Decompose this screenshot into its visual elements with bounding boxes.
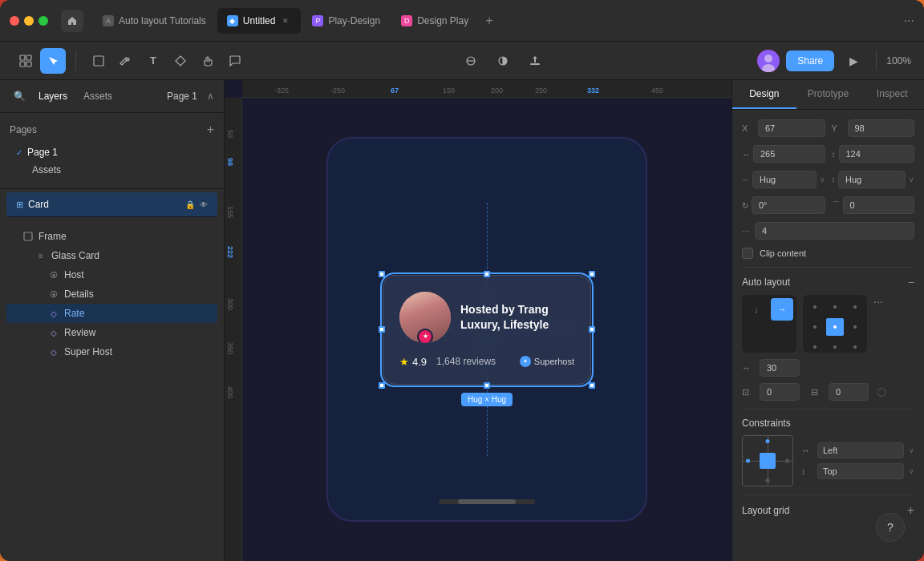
auto-layout-minus-button[interactable]: −	[908, 276, 914, 289]
vertical-ruler: 50 98 155 222 300 350 400	[225, 98, 242, 561]
home-button[interactable]	[61, 10, 83, 32]
expand-padding-button[interactable]: ⬡	[877, 385, 886, 398]
handle-tl[interactable]	[379, 271, 385, 277]
layer-glass-card[interactable]: ≡ Glass Card	[6, 246, 217, 265]
help-button[interactable]: ?	[876, 513, 905, 542]
tab-untitled[interactable]: ◆ Untitled ✕	[217, 8, 302, 34]
design-frame[interactable]: ★ Hosted by Trang Luxury, Lifestyle ★ 4.…	[326, 137, 647, 522]
layers-search-button[interactable]: 🔍	[10, 87, 29, 106]
constraints-diagram: ↔ Left ∨ ↕ Top ∨	[742, 435, 914, 486]
prototype-tab[interactable]: Prototype	[796, 80, 861, 109]
x-input[interactable]: 67	[758, 119, 825, 137]
svg-rect-4	[94, 56, 103, 66]
layers-tab[interactable]: Layers	[32, 87, 74, 105]
constraints-left-select[interactable]: Left	[817, 442, 904, 458]
constraints-dot-top[interactable]	[766, 439, 770, 443]
play-button[interactable]: ▶	[841, 48, 866, 74]
text-tool-button[interactable]: T	[140, 48, 166, 74]
zoom-level[interactable]: 100%	[886, 55, 911, 67]
select-tool-button[interactable]	[40, 48, 66, 74]
constraints-dot-right[interactable]	[785, 459, 789, 463]
hand-tool-button[interactable]	[195, 48, 221, 74]
assets-tab[interactable]: Assets	[77, 87, 119, 105]
style-tool-button[interactable]	[458, 48, 484, 74]
constraints-top-select[interactable]: Top	[817, 463, 904, 479]
y-input[interactable]: 98	[848, 119, 915, 137]
padding-h-input[interactable]: 0	[760, 383, 800, 401]
direction-down-button[interactable]: ↓	[745, 298, 768, 321]
user-avatar	[757, 50, 780, 72]
width-input[interactable]: 265	[753, 145, 825, 163]
traffic-light-yellow[interactable]	[24, 16, 34, 26]
rotation-input[interactable]: 0°	[752, 196, 825, 214]
more-options-button[interactable]: ···	[904, 14, 914, 28]
layer-super-host[interactable]: ◇ Super Host	[6, 342, 217, 361]
align-bm[interactable]	[826, 337, 845, 356]
page-indicator-chevron[interactable]: ∧	[207, 91, 214, 102]
layer-rate[interactable]: ◇ Rate	[6, 304, 217, 323]
handle-tr[interactable]	[589, 271, 595, 277]
tab-auto-layout[interactable]: A Auto layout Tutorials	[93, 8, 216, 34]
handle-bl[interactable]	[379, 382, 385, 389]
clip-content-row: Clip content	[742, 248, 914, 259]
page-item-assets[interactable]: Assets	[10, 161, 214, 179]
page-item-1[interactable]: ✓ Page 1	[10, 143, 214, 161]
handle-rm[interactable]	[589, 326, 595, 333]
add-tab-button[interactable]: +	[480, 11, 499, 30]
ruler-mark-450: 450	[651, 87, 663, 95]
selected-layer-header[interactable]: ⊞ Card 🔒 👁	[6, 192, 217, 217]
traffic-light-green[interactable]	[38, 16, 48, 26]
layer-review[interactable]: ◇ Review	[6, 323, 217, 342]
hug-width-select[interactable]: Hug	[752, 171, 817, 188]
hug-height-select[interactable]: Hug	[838, 171, 906, 188]
align-tm[interactable]	[826, 298, 845, 317]
pen-tool-button[interactable]	[113, 48, 139, 74]
add-layout-grid-button[interactable]: +	[907, 503, 914, 518]
layer-visibility-icon[interactable]: 👁	[200, 200, 208, 209]
tab-play-design[interactable]: P Play-Design	[302, 8, 390, 34]
direction-right-button[interactable]: →	[771, 298, 793, 321]
comment-tool-button[interactable]	[222, 48, 248, 74]
gap-input[interactable]: 30	[760, 359, 800, 377]
add-page-button[interactable]: +	[207, 123, 214, 137]
constraints-dot-bottom[interactable]	[766, 478, 770, 482]
height-input[interactable]: 124	[839, 145, 915, 163]
title-bar-right: ···	[904, 14, 914, 28]
align-mr[interactable]	[845, 318, 864, 337]
align-tl[interactable]	[806, 298, 825, 317]
handle-lm[interactable]	[379, 326, 385, 333]
canvas-area[interactable]: -325 -250 67 150 200 250 332 450 875 50 …	[225, 80, 732, 561]
canvas-content[interactable]: ★ Hosted by Trang Luxury, Lifestyle ★ 4.…	[242, 98, 732, 561]
constraints-dot-left[interactable]	[746, 459, 750, 463]
align-tr[interactable]	[845, 298, 864, 317]
layer-frame[interactable]: Frame	[6, 227, 217, 246]
contrast-tool-button[interactable]	[490, 48, 516, 74]
export-tool-button[interactable]	[522, 48, 548, 74]
frame-tool-button[interactable]	[86, 48, 111, 74]
align-bl[interactable]	[806, 337, 825, 356]
share-button[interactable]: Share	[786, 50, 834, 71]
layer-details[interactable]: ⦿ Details	[6, 285, 217, 304]
traffic-light-red[interactable]	[10, 16, 19, 26]
corner-input[interactable]: 0	[843, 196, 915, 214]
inspect-tab[interactable]: Inspect	[860, 80, 924, 109]
clip-content-checkbox[interactable]	[742, 248, 753, 259]
tab-design-with-play[interactable]: D Design Play	[391, 8, 478, 34]
frame-scrollbar[interactable]	[439, 499, 535, 504]
tool-group-shapes: T	[86, 48, 248, 74]
padding-v-input[interactable]: 0	[829, 383, 869, 401]
component-tool-button[interactable]	[168, 48, 193, 74]
tab-close-untitled[interactable]: ✕	[280, 15, 291, 26]
align-ml[interactable]	[806, 318, 825, 337]
hug-height-icon: ↕	[832, 176, 836, 184]
handle-br[interactable]	[589, 382, 595, 389]
layer-host[interactable]: ⦿ Host	[6, 265, 217, 285]
grid-tool-button[interactable]	[13, 48, 38, 74]
align-br[interactable]	[845, 337, 864, 356]
align-center[interactable]	[826, 318, 845, 337]
reviews-count: 1,648 reviews	[436, 356, 496, 367]
card-component[interactable]: ★ Hosted by Trang Luxury, Lifestyle ★ 4.…	[383, 275, 591, 385]
auto-layout-more-button[interactable]: ···	[873, 295, 883, 353]
spacing-input[interactable]: 4	[755, 222, 914, 240]
design-tab[interactable]: Design	[732, 80, 796, 109]
